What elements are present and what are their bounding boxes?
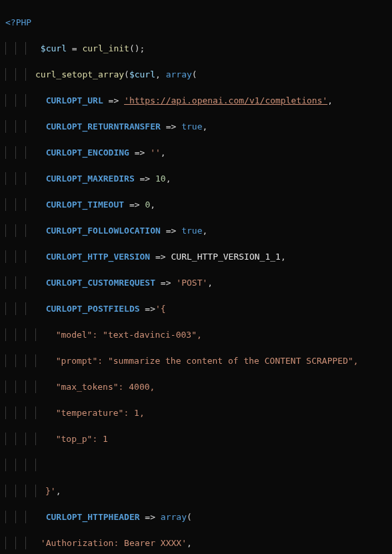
function-call: curl_setopt_array: [35, 69, 124, 79]
keyword-array: array: [166, 69, 192, 79]
constant: CURLOPT_MAXREDIRS: [46, 174, 135, 184]
code-block: <?PHP $curl = curl_init(); curl_setopt_a…: [0, 0, 392, 554]
json-value: "summarize the content of the CONTENT SC…: [108, 356, 353, 366]
function-call: curl_init: [82, 43, 129, 53]
string: 'Authorization: Bearer XXXX': [41, 538, 187, 548]
variable: $curl: [129, 69, 155, 79]
bool-true: true: [181, 226, 202, 236]
json-key: "top_p": [56, 434, 93, 444]
json-value: "text-davinci-003": [103, 330, 197, 340]
constant-value: CURL_HTTP_VERSION_1_1: [171, 252, 281, 262]
json-key: "temperature": [56, 408, 124, 418]
string: '': [150, 148, 161, 158]
constant: CURLOPT_RETURNTRANSFER: [46, 121, 161, 131]
json-key: "model": [56, 330, 93, 340]
constant: CURLOPT_ENCODING: [46, 148, 129, 158]
json-number: 1: [103, 434, 108, 444]
number: 10: [155, 174, 166, 184]
constant: CURLOPT_TIMEOUT: [46, 200, 124, 210]
string: 'POST': [176, 278, 207, 288]
string-open: '{: [155, 304, 166, 314]
bool-true: true: [181, 121, 202, 131]
constant: CURLOPT_FOLLOWLOCATION: [46, 226, 161, 236]
json-key: "prompt": [56, 356, 98, 366]
json-number: 1: [134, 408, 139, 418]
php-open-tag: <?PHP: [5, 17, 31, 27]
constant: CURLOPT_HTTP_VERSION: [46, 252, 151, 262]
keyword-array: array: [161, 512, 187, 522]
url-string: 'https://api.openai.com/v1/completions': [124, 95, 327, 105]
constant: CURLOPT_CUSTOMREQUEST: [46, 278, 155, 288]
json-key: "max_tokens": [56, 382, 119, 392]
constant: CURLOPT_HTTPHEADER: [46, 512, 140, 522]
constant: CURLOPT_POSTFIELDS: [46, 304, 140, 314]
string-close: }': [45, 486, 56, 496]
constant: CURLOPT_URL: [46, 95, 103, 105]
json-number: 4000: [129, 382, 149, 392]
variable: $curl: [41, 43, 67, 53]
